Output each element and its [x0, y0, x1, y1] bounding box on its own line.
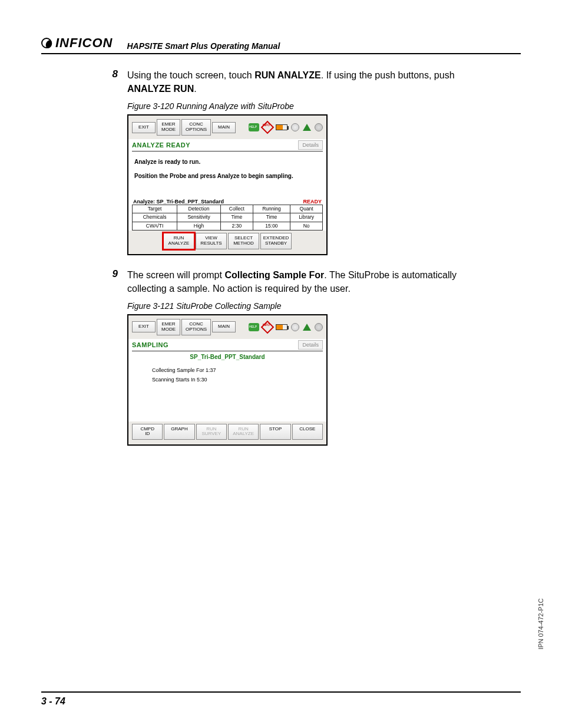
spacer [132, 233, 162, 249]
ready-indicator: READY [303, 199, 322, 205]
ready-message-2: Position the Probe and press Analyze to … [134, 172, 320, 181]
main-button[interactable]: MAIN [212, 321, 236, 332]
view-results-button[interactable]: VIEWRESULTS [196, 233, 227, 249]
sampling-status: SAMPLING [132, 341, 168, 348]
analyze-method-label: Analyze: SP_Tri-Bed_PPT_Standard [133, 199, 224, 205]
emer-mode-button[interactable]: EMERMODE [157, 319, 180, 335]
battery-icon [276, 124, 287, 130]
status-triangle-icon [303, 124, 311, 131]
details-button[interactable]: Details [298, 340, 323, 350]
step-8-text: Using the touch screen, touch RUN ANALYZ… [127, 68, 483, 95]
help-icon[interactable] [249, 323, 259, 331]
run-survey-button: RUNSURVEY [196, 424, 227, 440]
collecting-sample-line: Collecting Sample For 1:37 [152, 367, 303, 373]
device-screenshot-121: EXIT EMERMODE CONCOPTIONS MAIN SAMPLING [127, 314, 328, 446]
main-button[interactable]: MAIN [212, 122, 236, 133]
figure-3-120-caption: Figure 3-120 Running Analyze with SituPr… [127, 101, 483, 111]
figure-3-121-caption: Figure 3-121 SituProbe Collecting Sample [127, 301, 483, 311]
ready-message-1: Analyze is ready to run. [134, 157, 320, 167]
params-table: TargetDetectionCollectRunningQuant Chemi… [132, 205, 323, 230]
power-icon [291, 123, 299, 131]
document-ipn: IPN 074-472-P1C [537, 598, 544, 650]
run-analyze-button[interactable]: RUNANALYZE [163, 233, 194, 249]
power-icon [291, 323, 299, 331]
help-icon[interactable] [249, 123, 259, 131]
run-analyze-button-2: RUNANALYZE [228, 424, 259, 440]
globe-icon [315, 123, 323, 131]
spacer [293, 233, 323, 249]
exit-button[interactable]: EXIT [132, 321, 156, 332]
close-button[interactable]: CLOSE [292, 424, 323, 440]
status-triangle-icon [303, 324, 311, 331]
cmpd-id-button[interactable]: CMPDID [132, 424, 163, 440]
brand-mark-icon [41, 38, 52, 48]
info-icon[interactable] [261, 320, 275, 334]
device-screenshot-120: EXIT EMERMODE CONCOPTIONS MAIN ANALYZE R… [127, 114, 328, 255]
scanning-starts-line: Scanning Starts In 5:30 [152, 377, 303, 383]
exit-button[interactable]: EXIT [132, 122, 156, 133]
stop-button[interactable]: STOP [260, 424, 290, 440]
analyze-ready-status: ANALYZE READY [132, 141, 190, 149]
conc-options-button[interactable]: CONCOPTIONS [181, 119, 211, 136]
brand-text: INFICON [55, 35, 113, 51]
conc-options-button[interactable]: CONCOPTIONS [181, 319, 211, 335]
details-button[interactable]: Details [298, 140, 323, 150]
step-9-number: 9 [106, 268, 118, 295]
battery-icon [276, 324, 287, 330]
page-number: 3 - 74 [41, 691, 521, 707]
info-icon[interactable] [261, 121, 275, 134]
brand-logo: INFICON [41, 35, 113, 51]
method-name: SP_Tri-Bed_PPT_Standard [128, 351, 326, 363]
graph-button[interactable]: GRAPH [164, 424, 194, 440]
manual-title: HAPSITE Smart Plus Operating Manual [127, 41, 280, 51]
globe-icon [315, 323, 323, 331]
extended-standby-button[interactable]: EXTENDEDSTANDBY [260, 233, 292, 249]
emer-mode-button[interactable]: EMERMODE [157, 119, 180, 136]
select-method-button[interactable]: SELECTMETHOD [228, 233, 259, 249]
step-9-text: The screen will prompt Collecting Sample… [127, 268, 483, 295]
step-8-number: 8 [106, 68, 118, 95]
